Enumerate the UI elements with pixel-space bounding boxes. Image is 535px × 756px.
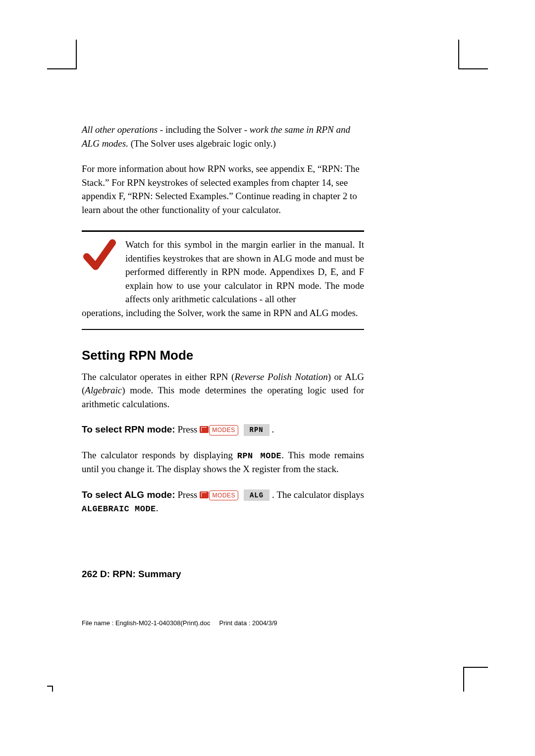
shift-key-icon (200, 491, 209, 498)
text: . (156, 503, 159, 513)
note-text-2: operations, including the Solver, work t… (82, 306, 364, 320)
text: Press (175, 489, 200, 500)
select-alg-line: To select ALG mode: Press MODES ALG . Th… (82, 488, 364, 516)
page-number: 262 (82, 569, 98, 579)
calc-display-text: RPN MODE (237, 451, 282, 461)
text: (The Solver uses algebraic logic only.) (128, 138, 276, 149)
text: Reverse Polish Notation (234, 372, 327, 382)
modes-key: MODES (209, 425, 238, 435)
select-rpn-line: To select RPN mode: Press MODES RPN . (82, 423, 364, 436)
rule-bottom (82, 329, 364, 330)
modes-key: MODES (209, 490, 238, 500)
note-text-1: Watch for this symbol in the margin earl… (125, 238, 364, 306)
print-date-text: Print data : 2004/3/9 (219, 619, 277, 627)
print-metadata: File name : English-M02-1-040308(Print).… (82, 619, 277, 627)
text: The calculator operates in either RPN ( (82, 372, 234, 382)
file-name-text: File name : English-M02-1-040308(Print).… (82, 619, 210, 627)
text: The calculator responds by displaying (82, 450, 237, 460)
intro-para-2: For more information about how RPN works… (82, 162, 364, 216)
select-rpn-label: To select RPN mode: (82, 424, 175, 434)
footer-title: D: RPN: Summary (100, 569, 181, 579)
crop-mark-top-right (458, 40, 488, 69)
text: . (269, 424, 274, 434)
text: Algebraic (85, 385, 122, 395)
section-heading: Setting RPN Mode (82, 348, 364, 363)
calc-display-text: ALGEBRAIC MODE (82, 504, 156, 514)
crop-mark-top-left (47, 40, 77, 69)
rpn-menu-key: RPN (244, 424, 269, 435)
alg-menu-key: ALG (244, 489, 269, 501)
intro-para-1: All other operations - including the Sol… (82, 123, 364, 150)
page-footer: 262 D: RPN: Summary (82, 569, 364, 580)
shift-key-icon (200, 426, 209, 433)
rpn-response-para: The calculator responds by displaying RP… (82, 448, 364, 476)
text: ) mode. This mode determines the operati… (82, 385, 364, 409)
text: All other operations (82, 124, 158, 135)
page-content: All other operations - including the Sol… (82, 123, 364, 528)
check-icon (82, 238, 116, 275)
select-alg-label: To select ALG mode: (82, 489, 175, 500)
crop-mark-bottom-right (463, 667, 488, 692)
rule-top (82, 230, 364, 232)
text: . The calculator displays (269, 489, 364, 500)
crop-mark-bottom-left (47, 686, 53, 692)
mode-para: The calculator operates in either RPN (R… (82, 370, 364, 411)
text: Press (175, 424, 200, 434)
text: - including the Solver - (158, 124, 250, 135)
note-block: Watch for this symbol in the margin earl… (82, 238, 364, 320)
